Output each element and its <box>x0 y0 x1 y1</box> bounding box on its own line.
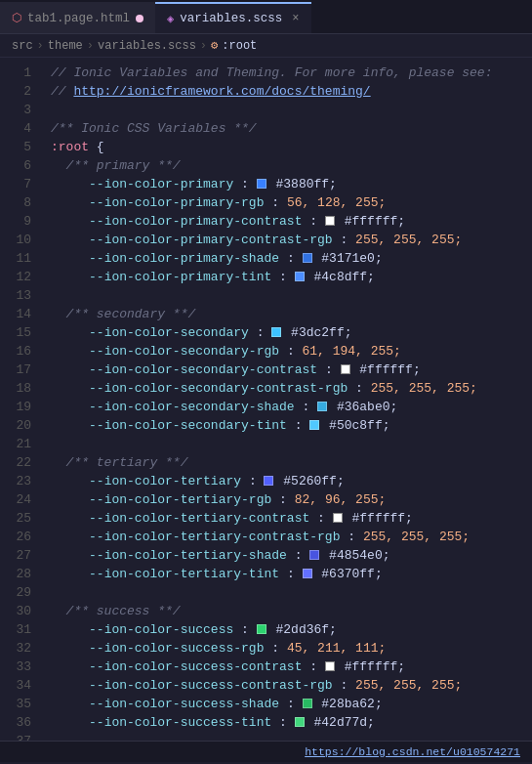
colon-23: : <box>249 474 265 488</box>
swatch-success-tint <box>295 717 305 727</box>
colon-24: : <box>279 492 295 507</box>
line-num-32: 32 <box>0 639 39 658</box>
colon-32: : <box>271 641 287 656</box>
breadcrumb-sep1: › <box>37 39 44 53</box>
line-num-28: 28 <box>0 565 39 583</box>
tab-html[interactable]: ⬡ tab1.page.html <box>0 2 155 33</box>
line-num-35: 35 <box>0 695 39 713</box>
swatch-success-contrast <box>325 661 335 671</box>
prop-primary-tint: --ion-color-primary-tint <box>89 270 271 284</box>
line-num-24: 24 <box>0 490 39 509</box>
comment-tertiary: /** tertiary **/ <box>66 455 188 470</box>
line-num-31: 31 <box>0 620 39 639</box>
code-line-23: --ion-color-tertiary : #5260ff; <box>51 472 532 490</box>
prop-tertiary: --ion-color-tertiary <box>89 474 241 488</box>
prop-tertiary-tint: --ion-color-tertiary-tint <box>89 567 279 581</box>
colon-9: : <box>309 214 325 229</box>
prop-tertiary-contrast-rgb: --ion-color-tertiary-contrast-rgb <box>89 530 340 544</box>
line-num-15: 15 <box>0 323 39 342</box>
line-num-29: 29 <box>0 583 39 602</box>
code-line-7: --ion-color-primary : #3880ff; <box>51 175 532 193</box>
code-line-35: --ion-color-success-shade : #28ba62; <box>51 695 532 713</box>
colon-25: : <box>317 511 333 526</box>
code-line-13 <box>51 286 532 305</box>
line-num-11: 11 <box>0 249 39 268</box>
tab-modified-dot <box>136 15 143 22</box>
line-num-37: 37 <box>0 732 39 741</box>
brace-open: { <box>97 140 104 154</box>
val-secondary-rgb: 61, 194, 255; <box>303 344 401 359</box>
prop-secondary-tint: --ion-color-secondary-tint <box>89 418 287 433</box>
comment-link-prefix: // <box>51 84 73 99</box>
code-line-19: --ion-color-secondary-shade : #36abe0; <box>51 398 532 416</box>
breadcrumb-root-icon: ⚙ <box>211 38 218 53</box>
colon-34: : <box>340 678 355 693</box>
code-line-4: /** Ionic CSS Variables **/ <box>51 119 532 138</box>
prop-success-contrast: --ion-color-success-contrast <box>89 659 302 674</box>
line-numbers: 1 2 3 4 5 6 7 8 9 10 11 12 13 14 15 16 1… <box>0 58 39 741</box>
val-secondary-contrast: #ffffff; <box>359 362 420 377</box>
prop-tertiary-shade: --ion-color-tertiary-shade <box>89 548 287 563</box>
breadcrumb-sep2: › <box>87 39 94 53</box>
scss-icon: ◈ <box>167 12 174 26</box>
code-line-27: --ion-color-tertiary-shade : #4854e0; <box>51 546 532 565</box>
code-line-37 <box>51 732 532 741</box>
colon-26: : <box>348 530 363 544</box>
colon-7: : <box>241 177 257 191</box>
val-primary-contrast-rgb: 255, 255, 255; <box>355 233 462 247</box>
swatch-secondary-shade <box>317 402 327 411</box>
colon-31: : <box>241 622 257 637</box>
code-line-1: // Ionic Variables and Theming. For more… <box>51 64 532 82</box>
link-ionic[interactable]: http://ionicframework.com/docs/theming/ <box>73 84 370 99</box>
val-success-shade: #28ba62; <box>321 697 382 711</box>
status-bar: https://blog.csdn.net/u010574271 <box>0 741 532 762</box>
line-num-26: 26 <box>0 528 39 546</box>
val-success-contrast: #ffffff; <box>345 659 405 674</box>
line-num-21: 21 <box>0 435 39 453</box>
line-num-25: 25 <box>0 509 39 528</box>
line-num-34: 34 <box>0 676 39 695</box>
comment-ionic: // Ionic Variables and Theming. For more… <box>51 65 492 80</box>
colon-19: : <box>302 400 317 414</box>
colon-11: : <box>287 251 303 266</box>
code-line-6: /** primary **/ <box>51 156 532 175</box>
val-tertiary-contrast-rgb: 255, 255, 255; <box>363 530 470 544</box>
code-line-21 <box>51 435 532 453</box>
prop-secondary-contrast-rgb: --ion-color-secondary-contrast-rgb <box>89 381 348 396</box>
tab-close-button[interactable]: × <box>292 12 299 25</box>
prop-tertiary-rgb: --ion-color-tertiary-rgb <box>89 492 271 507</box>
line-num-3: 3 <box>0 101 39 119</box>
swatch-primary-shade <box>303 253 312 263</box>
prop-primary-rgb: --ion-color-primary-rgb <box>89 195 264 210</box>
val-primary: #3880ff; <box>276 177 337 191</box>
val-secondary-contrast-rgb: 255, 255, 255; <box>371 381 477 396</box>
comment-primary: /** primary **/ <box>66 158 181 173</box>
swatch-secondary <box>271 327 281 337</box>
line-num-10: 10 <box>0 231 39 249</box>
code-line-17: --ion-color-secondary-contrast : #ffffff… <box>51 361 532 379</box>
code-line-11: --ion-color-primary-shade : #3171e0; <box>51 249 532 268</box>
code-line-5: :root { <box>51 138 532 156</box>
val-tertiary-shade: #4854e0; <box>329 548 389 563</box>
status-link[interactable]: https://blog.csdn.net/u010574271 <box>305 745 520 758</box>
code-line-29 <box>51 583 532 602</box>
colon-18: : <box>355 381 371 396</box>
html-icon: ⬡ <box>12 11 21 25</box>
code-line-14: /** secondary **/ <box>51 305 532 323</box>
colon-28: : <box>287 567 303 581</box>
tab-scss[interactable]: ◈ variables.scss × <box>155 2 310 33</box>
colon-17: : <box>325 362 341 377</box>
comment-css-vars: /** Ionic CSS Variables **/ <box>51 121 257 136</box>
prop-primary-contrast-rgb: --ion-color-primary-contrast-rgb <box>89 233 333 247</box>
line-num-22: 22 <box>0 453 39 472</box>
line-num-5: 5 <box>0 138 39 156</box>
val-tertiary-rgb: 82, 96, 255; <box>295 492 387 507</box>
code-line-22: /** tertiary **/ <box>51 453 532 472</box>
line-num-13: 13 <box>0 286 39 305</box>
prop-success-tint: --ion-color-success-tint <box>89 715 271 730</box>
line-num-12: 12 <box>0 268 39 286</box>
code-area: 1 2 3 4 5 6 7 8 9 10 11 12 13 14 15 16 1… <box>0 58 532 741</box>
comment-secondary: /** secondary **/ <box>66 307 196 321</box>
val-tertiary-contrast: #ffffff; <box>352 511 413 526</box>
tab-html-label: tab1.page.html <box>27 12 130 25</box>
